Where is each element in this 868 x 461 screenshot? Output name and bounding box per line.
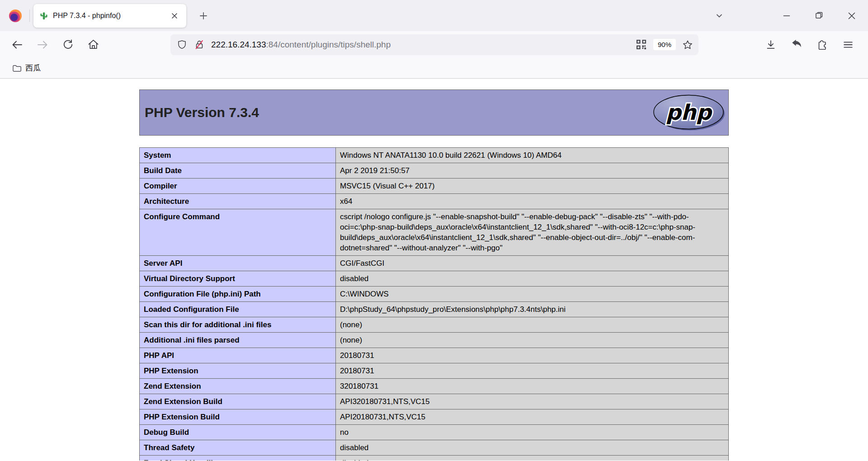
tab-title: PHP 7.3.4 - phpinfo() (53, 12, 165, 20)
table-row: Scan this dir for additional .ini files … (140, 317, 729, 333)
row-value: Apr 2 2019 21:50:57 (336, 163, 729, 179)
url-host: 222.16.24.133 (211, 40, 266, 49)
undo-arrow-icon[interactable] (789, 37, 804, 52)
close-window-button[interactable] (835, 0, 868, 31)
table-row: Architecture x64 (140, 194, 729, 209)
row-value: (none) (336, 333, 729, 348)
home-button[interactable] (85, 37, 101, 52)
browser-tab-active[interactable]: PHP 7.3.4 - phpinfo() (33, 4, 186, 28)
table-row: PHP API 20180731 (140, 348, 729, 363)
table-row: Virtual Directory Support disabled (140, 271, 729, 287)
table-row: Debug Build no (140, 425, 729, 440)
table-row: Configuration File (php.ini) Path C:\WIN… (140, 287, 729, 302)
row-value: disabled (336, 271, 729, 287)
row-value: Windows NT ANATA1130 10.0 build 22621 (W… (336, 148, 729, 163)
row-label: Zend Extension Build (140, 394, 336, 409)
row-value: (none) (336, 317, 729, 333)
bookmark-label: 西瓜 (25, 63, 41, 73)
row-label: Additional .ini files parsed (140, 333, 336, 348)
bookmarks-toolbar: 西瓜 (0, 58, 868, 79)
table-row: Build Date Apr 2 2019 21:50:57 (140, 163, 729, 179)
row-label: Configuration File (php.ini) Path (140, 287, 336, 302)
navigation-toolbar: 222.16.24.133:84/content/plugins/tips/sh… (0, 31, 868, 58)
table-row: Loaded Configuration File D:\phpStudy_64… (140, 302, 729, 317)
row-value: D:\phpStudy_64\phpstudy_pro\Extensions\p… (336, 302, 729, 317)
extensions-puzzle-icon[interactable] (815, 37, 830, 52)
row-value: API320180731,NTS,VC15 (336, 394, 729, 409)
address-bar[interactable]: 222.16.24.133:84/content/plugins/tips/sh… (170, 34, 698, 55)
shield-icon[interactable] (177, 39, 187, 50)
row-label: Zend Extension (140, 379, 336, 394)
row-label: PHP Extension (140, 363, 336, 379)
row-value: x64 (336, 194, 729, 209)
row-label: Compiler (140, 179, 336, 194)
row-label: Architecture (140, 194, 336, 209)
row-value: no (336, 425, 729, 440)
menu-hamburger-icon[interactable] (840, 37, 856, 52)
row-label: System (140, 148, 336, 163)
row-value: cscript /nologo configure.js "--enable-s… (336, 209, 729, 256)
row-label: Thread Safety (140, 440, 336, 456)
downloads-icon[interactable] (763, 37, 778, 52)
row-label: PHP API (140, 348, 336, 363)
folder-icon (12, 63, 22, 73)
firefox-logo-icon[interactable] (9, 9, 22, 22)
window-controls (712, 0, 868, 31)
row-label: Configure Command (140, 209, 336, 256)
table-row: Zend Extension 320180731 (140, 379, 729, 394)
reload-button[interactable] (60, 37, 75, 52)
row-value: disabled (336, 456, 729, 461)
row-label: Loaded Configuration File (140, 302, 336, 317)
table-row: Server API CGI/FastCGI (140, 256, 729, 271)
tab-separator (29, 9, 30, 22)
qr-code-icon[interactable] (636, 39, 647, 50)
url-text: 222.16.24.133:84/content/plugins/tips/sh… (211, 40, 391, 50)
back-button[interactable] (9, 37, 25, 52)
table-row: PHP Extension Build API20180731,NTS,VC15 (140, 409, 729, 425)
svg-text:php: php (666, 100, 713, 125)
row-label: PHP Extension Build (140, 409, 336, 425)
row-label: Virtual Directory Support (140, 271, 336, 287)
row-value: 20180731 (336, 363, 729, 379)
row-value: API20180731,NTS,VC15 (336, 409, 729, 425)
row-value: 20180731 (336, 348, 729, 363)
zoom-level-indicator[interactable]: 90% (653, 39, 676, 50)
url-path: :84/content/plugins/tips/shell.php (266, 40, 391, 49)
forward-button[interactable] (35, 37, 50, 52)
row-label: Server API (140, 256, 336, 271)
tab-close-icon[interactable] (169, 10, 180, 21)
row-label: Scan this dir for additional .ini files (140, 317, 336, 333)
table-row: Compiler MSVC15 (Visual C++ 2017) (140, 179, 729, 194)
table-row: System Windows NT ANATA1130 10.0 build 2… (140, 148, 729, 163)
new-tab-button[interactable] (196, 9, 211, 23)
page-title: PHP Version 7.3.4 (145, 105, 259, 120)
page-viewport: PHP Version 7.3.4 php System Windows NT … (0, 79, 868, 461)
bookmark-star-icon[interactable] (682, 39, 693, 50)
tab-strip: PHP 7.3.4 - phpinfo() (0, 0, 868, 31)
bookmark-folder-item[interactable]: 西瓜 (8, 61, 44, 75)
row-value: MSVC15 (Visual C++ 2017) (336, 179, 729, 194)
minimize-button[interactable] (770, 0, 803, 31)
phpinfo-header-banner: PHP Version 7.3.4 php (139, 89, 729, 136)
table-row: Zend Signal Handling disabled (140, 456, 729, 461)
table-row: PHP Extension 20180731 (140, 363, 729, 379)
table-row: Zend Extension Build API320180731,NTS,VC… (140, 394, 729, 409)
row-value: C:\WINDOWS (336, 287, 729, 302)
list-all-tabs-chevron-icon[interactable] (712, 8, 727, 24)
row-label: Build Date (140, 163, 336, 179)
table-row: Configure Command cscript /nologo config… (140, 209, 729, 256)
row-value: CGI/FastCGI (336, 256, 729, 271)
row-value: 320180731 (336, 379, 729, 394)
insecure-lock-slash-icon[interactable] (194, 39, 205, 50)
restore-button[interactable] (803, 0, 835, 31)
phpinfo-table: System Windows NT ANATA1130 10.0 build 2… (139, 147, 729, 461)
table-row: Thread Safety disabled (140, 440, 729, 456)
row-label: Zend Signal Handling (140, 456, 336, 461)
cactus-favicon-icon (39, 11, 48, 20)
php-logo: php (652, 94, 726, 131)
row-value: disabled (336, 440, 729, 456)
table-row: Additional .ini files parsed (none) (140, 333, 729, 348)
row-label: Debug Build (140, 425, 336, 440)
